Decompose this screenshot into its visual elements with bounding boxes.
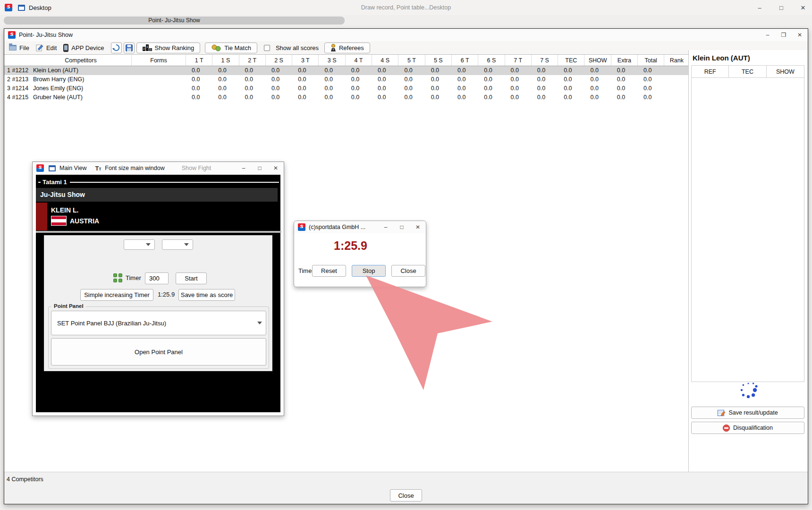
column-header[interactable]: 6 T (452, 55, 478, 66)
competitor-color-bar (36, 203, 47, 230)
timer-row: Timer Start (44, 272, 272, 285)
folder-icon (9, 45, 17, 51)
restore-icon[interactable]: ❐ (779, 32, 788, 38)
competitor-row[interactable]: 2 #1213Brown Harry (ENG)0.00.00.00.00.00… (4, 75, 688, 84)
score-cell: 0.0 (292, 75, 319, 84)
column-header[interactable]: Total (638, 55, 664, 66)
column-header[interactable]: 3 T (292, 55, 319, 66)
competitor-row[interactable]: 3 #1214Jones Emily (ENG)0.00.00.00.00.00… (4, 84, 688, 93)
column-header[interactable]: TEC (558, 55, 584, 66)
main-view-titlebar: Main View T Font size main window Show F… (33, 162, 284, 174)
minimize-icon[interactable]: – (381, 224, 390, 230)
open-point-panel-button[interactable]: Open Point Panel (51, 338, 266, 366)
app-device-menu[interactable]: APP Device (63, 44, 104, 52)
score-cell: 0.0 (212, 93, 239, 102)
select-right[interactable] (162, 239, 193, 250)
font-size-menu[interactable]: T Font size main window (95, 165, 164, 172)
reset-button[interactable]: Reset (312, 265, 346, 277)
start-button[interactable]: Start (176, 272, 207, 284)
open-point-panel-label: Open Point Panel (135, 348, 183, 356)
toolbar: File Edit APP Device 213 Show Ranking (4, 41, 808, 54)
elapsed-time-value: 1:25.9 (158, 291, 175, 298)
column-header[interactable]: Extra (611, 55, 638, 66)
score-cell: 0.0 (584, 75, 611, 84)
sync-button[interactable] (111, 42, 122, 53)
score-cell: 0.0 (478, 84, 505, 93)
score-cell: 0.0 (478, 75, 505, 84)
column-header[interactable]: Forms (132, 55, 186, 66)
disqualification-button[interactable]: Disqualification (691, 422, 804, 434)
timer-close-button[interactable]: Close (391, 265, 425, 277)
minimize-icon[interactable]: – (755, 4, 764, 11)
timer-close-label: Close (400, 267, 416, 274)
file-menu[interactable]: File (9, 44, 29, 51)
column-header[interactable]: SHOW (584, 55, 611, 66)
column-header[interactable]: Rank (664, 55, 689, 66)
podium-icon: 213 (143, 44, 152, 51)
close-icon[interactable]: ✕ (795, 32, 804, 38)
score-cell: 0.0 (212, 66, 239, 75)
minimize-icon[interactable]: – (239, 165, 248, 171)
timer-seconds-input[interactable] (145, 272, 169, 284)
show-ranking-button[interactable]: 213 Show Ranking (136, 42, 201, 53)
select-left[interactable] (124, 239, 155, 250)
show-all-scores-toggle[interactable]: Show all scores (264, 44, 319, 51)
maximize-icon[interactable]: □ (255, 165, 264, 171)
column-header[interactable]: Competitors (30, 55, 132, 66)
score-cell: 0.0 (478, 93, 505, 102)
maximize-icon[interactable]: □ (777, 4, 786, 11)
detail-column-header: SHOW (767, 66, 804, 77)
score-cell: 0.0 (505, 93, 532, 102)
column-header[interactable]: 3 S (319, 55, 345, 66)
desktop-titlebar: Desktop Draw record, Point table...Deskt… (0, 0, 812, 15)
taskbar-item[interactable]: Point- Ju-Jitsu Show (4, 17, 345, 25)
checkbox-icon[interactable] (264, 45, 270, 51)
minimize-icon[interactable]: – (763, 32, 772, 38)
referee-person-icon (330, 44, 336, 51)
column-header[interactable]: 1 S (212, 55, 239, 66)
column-header[interactable]: 4 T (346, 55, 372, 66)
referees-button[interactable]: Referees (324, 42, 370, 53)
pencil-icon (36, 44, 43, 51)
close-icon[interactable]: ✕ (414, 224, 422, 230)
detail-column-header: TEC (729, 66, 766, 77)
tie-match-button[interactable]: Tie Match (205, 42, 257, 53)
close-icon[interactable]: ✕ (799, 4, 807, 11)
close-icon[interactable]: ✕ (271, 165, 280, 171)
detail-panel-title: Klein Leon (AUT) (689, 50, 808, 64)
timer-controls: Timer Reset Stop Close (294, 265, 426, 277)
column-header[interactable]: 6 S (478, 55, 505, 66)
competitor-row[interactable]: 1 #1212Klein Leon (AUT)0.00.00.00.00.00.… (4, 66, 688, 75)
score-cell: 0.0 (638, 93, 664, 102)
score-cell: 0.0 (398, 93, 425, 102)
column-header[interactable]: 4 S (372, 55, 398, 66)
competitor-name-cell: Brown Harry (ENG) (30, 75, 132, 84)
show-fight-menu[interactable]: Show Fight (182, 165, 211, 171)
column-header[interactable]: 2 S (266, 55, 292, 66)
save-result-button[interactable]: Save result/update (691, 407, 804, 419)
chevron-down-icon (184, 243, 189, 246)
stop-button[interactable]: Stop (352, 265, 386, 277)
column-header[interactable]: 7 T (505, 55, 532, 66)
score-cell: 0.0 (505, 84, 532, 93)
app-logo-icon (36, 164, 44, 172)
save-time-as-score-button[interactable]: Save time as score (178, 289, 235, 301)
simple-increasing-timer-button[interactable]: Simple increasing Timer (80, 289, 153, 301)
column-header[interactable]: 2 T (239, 55, 266, 66)
score-cell: 0.0 (505, 75, 532, 84)
column-header[interactable]: 7 S (532, 55, 558, 66)
show-all-scores-label: Show all scores (276, 44, 319, 51)
column-header[interactable]: 1 T (186, 55, 212, 66)
point-panel-select[interactable]: SET Point Panel BJJ (Brazilian Ju-Jitsu) (51, 311, 266, 335)
forms-cell (132, 84, 186, 93)
maximize-icon[interactable]: □ (398, 224, 406, 230)
edit-menu[interactable]: Edit (36, 44, 57, 51)
column-header[interactable]: 5 T (398, 55, 425, 66)
competitor-name-cell: Gruber Nele (AUT) (30, 93, 132, 102)
competitor-row[interactable]: 4 #1215Gruber Nele (AUT)0.00.00.00.00.00… (4, 93, 688, 102)
column-header[interactable]: 5 S (425, 55, 452, 66)
save-button[interactable] (124, 42, 135, 53)
timer-label: Timer (126, 274, 141, 281)
close-window-button[interactable]: Close (390, 489, 422, 502)
event-name-label: Ju-Jitsu Show (40, 191, 85, 198)
